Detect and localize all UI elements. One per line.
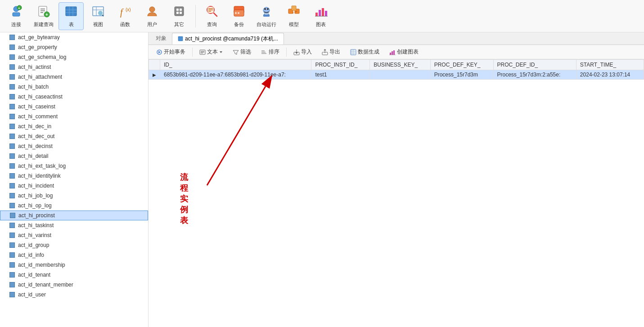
main-layout: act_ge_bytearrayact_ge_propertyact_ge_sc…: [0, 32, 644, 327]
sidebar-item-act_hi_dec_in[interactable]: act_hi_dec_in: [0, 121, 148, 131]
sidebar-item-label: act_id_tenant_member: [18, 282, 73, 288]
row-indicator: ▶: [149, 70, 160, 80]
filter-label: 筛选: [240, 48, 251, 56]
generate-data-button[interactable]: 数据生成: [346, 46, 383, 58]
svg-text:(x): (x): [126, 7, 131, 12]
function-icon: f (x): [118, 4, 132, 20]
query-button[interactable]: 查询: [199, 2, 225, 30]
sidebar-item-label: act_hi_caseinst: [18, 103, 55, 110]
table-icon: [9, 282, 15, 288]
sidebar-item-act_hi_dec_out[interactable]: act_hi_dec_out: [0, 131, 148, 141]
view-button[interactable]: 视图: [86, 2, 111, 30]
table-icon: [9, 64, 15, 70]
sidebar-item-label: act_hi_op_log: [18, 202, 52, 209]
sidebar-item-act_hi_varinst[interactable]: act_hi_varinst: [0, 230, 148, 240]
table-icon: [9, 54, 15, 60]
text-button[interactable]: 文本: [195, 46, 227, 58]
sidebar-item-act_hi_detail[interactable]: act_hi_detail: [0, 151, 148, 161]
create-chart-button[interactable]: 创建图表: [385, 46, 423, 58]
svg-rect-1: [13, 13, 20, 16]
sidebar-item-label: act_ge_property: [18, 44, 57, 50]
chart-button[interactable]: 图表: [308, 2, 333, 30]
sidebar-item-act_hi_batch[interactable]: act_hi_batch: [0, 82, 148, 92]
sidebar-item-label: act_hi_incident: [18, 183, 54, 189]
user-button[interactable]: 用户: [140, 2, 165, 30]
table-row[interactable]: ▶6853b981-d209-11ee-a7:6853b981-d209-11e…: [149, 70, 644, 80]
model-button[interactable]: 模型: [281, 2, 306, 30]
cell-proc_def_key_: Process_15r7d3m: [430, 70, 493, 80]
backup-button[interactable]: 备份: [226, 2, 252, 30]
svg-rect-41: [263, 14, 270, 17]
sidebar-item-label: act_ge_schema_log: [18, 54, 66, 60]
connect-button[interactable]: + 连接: [4, 2, 29, 30]
sidebar-item-act_hi_attachment[interactable]: act_hi_attachment: [0, 72, 148, 82]
import-button[interactable]: 导入: [289, 46, 316, 58]
sidebar-item-act_hi_identitylink[interactable]: act_hi_identitylink: [0, 171, 148, 181]
sidebar-item-act_id_membership[interactable]: act_id_membership: [0, 260, 148, 270]
export-button[interactable]: 导出: [318, 46, 344, 58]
filter-button[interactable]: 筛选: [229, 46, 255, 58]
svg-rect-46: [292, 6, 296, 10]
table-icon: [9, 232, 15, 238]
col-header-id_[interactable]: ID_: [160, 60, 311, 70]
sidebar-item-act_hi_caseactinst[interactable]: act_hi_caseactinst: [0, 92, 148, 102]
col-header-start_time_[interactable]: START_TIME_: [576, 60, 644, 70]
table-button[interactable]: 表: [59, 2, 84, 30]
query-icon: [205, 4, 219, 20]
sidebar-item-act_id_group[interactable]: act_id_group: [0, 240, 148, 250]
auto-run-button[interactable]: 自动运行: [253, 2, 279, 30]
sidebar-item-act_hi_job_log[interactable]: act_hi_job_log: [0, 191, 148, 201]
text-label: 文本: [207, 48, 218, 56]
sidebar-item-act_hi_comment[interactable]: act_hi_comment: [0, 112, 148, 121]
new-query-button[interactable]: + 新建查询: [31, 2, 57, 30]
sidebar-item-act_hi_caseinst[interactable]: act_hi_caseinst: [0, 102, 148, 112]
svg-text:f: f: [120, 7, 124, 18]
new-query-label: 新建查询: [34, 21, 54, 28]
filter-icon: [233, 49, 239, 55]
sidebar-item-act_id_tenant[interactable]: act_id_tenant: [0, 270, 148, 280]
sidebar-item-act_ge_bytearray[interactable]: act_ge_bytearray: [0, 32, 148, 42]
table-icon: [9, 123, 15, 130]
sort-label: 排序: [269, 48, 279, 56]
svg-point-37: [238, 12, 239, 14]
sort-button[interactable]: 排序: [257, 46, 284, 58]
begin-transaction-button[interactable]: 开始事务: [152, 46, 189, 58]
content-area: 对象 act_hi_procinst @camunda719 (本机...: [149, 32, 644, 327]
sidebar-item-act_id_user[interactable]: act_id_user: [0, 290, 148, 300]
col-header-proc_def_id_[interactable]: PROC_DEF_ID_: [493, 60, 576, 70]
sidebar-item-act_hi_incident[interactable]: act_hi_incident: [0, 181, 148, 191]
function-button[interactable]: f (x) 函数: [113, 2, 138, 30]
connect-icon: +: [9, 4, 23, 20]
table-icon: [9, 291, 15, 298]
sidebar-item-label: act_hi_ext_task_log: [18, 163, 66, 169]
col-header-business_key_[interactable]: BUSINESS_KEY_: [370, 60, 430, 70]
col-header-proc_inst_id_[interactable]: PROC_INST_ID_: [311, 60, 370, 70]
sidebar-item-act_hi_procinst[interactable]: act_hi_procinst: [0, 211, 148, 220]
table-icon: [9, 84, 15, 90]
other-button[interactable]: 其它: [167, 2, 192, 30]
sidebar-item-act_hi_actinst[interactable]: act_hi_actinst: [0, 62, 148, 72]
sidebar-item-label: act_hi_taskinst: [18, 222, 54, 228]
view-label: 视图: [93, 21, 103, 28]
sidebar-item-act_hi_decinst[interactable]: act_hi_decinst: [0, 141, 148, 151]
sidebar-item-act_hi_taskinst[interactable]: act_hi_taskinst: [0, 220, 148, 230]
sidebar-item-label: act_hi_batch: [18, 84, 49, 90]
new-query-icon: +: [37, 4, 50, 20]
data-table-wrapper[interactable]: ID_PROC_INST_ID_BUSINESS_KEY_PROC_DEF_KE…: [149, 59, 644, 327]
action-divider-2: [286, 48, 287, 57]
col-header-proc_def_key_[interactable]: PROC_DEF_KEY_: [430, 60, 493, 70]
cell-start_time_: 2024-02-23 13:07:14: [576, 70, 644, 80]
user-icon: [145, 4, 159, 20]
svg-rect-23: [175, 7, 184, 16]
svg-rect-51: [322, 8, 324, 16]
svg-rect-50: [319, 10, 321, 16]
sidebar-item-act_id_tenant_member[interactable]: act_id_tenant_member: [0, 280, 148, 290]
sidebar-item-act_hi_ext_task_log[interactable]: act_hi_ext_task_log: [0, 161, 148, 171]
sidebar-item-act_hi_op_log[interactable]: act_hi_op_log: [0, 201, 148, 211]
tab-procinst[interactable]: act_hi_procinst @camunda719 (本机...: [172, 33, 284, 45]
sidebar-item-act_id_info[interactable]: act_id_info: [0, 250, 148, 260]
table-icon: [64, 4, 78, 20]
sidebar-item-act_ge_schema_log[interactable]: act_ge_schema_log: [0, 52, 148, 62]
table-icon: [9, 34, 15, 40]
sidebar-item-act_ge_property[interactable]: act_ge_property: [0, 42, 148, 52]
